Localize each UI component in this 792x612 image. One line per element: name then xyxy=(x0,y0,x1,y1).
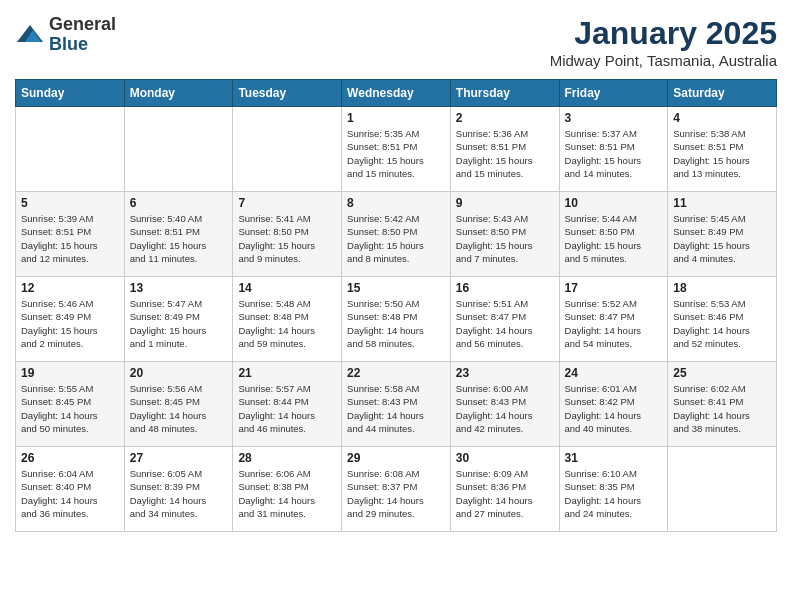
calendar-cell xyxy=(16,107,125,192)
calendar-cell: 26Sunrise: 6:04 AM Sunset: 8:40 PM Dayli… xyxy=(16,447,125,532)
calendar-header-row: SundayMondayTuesdayWednesdayThursdayFrid… xyxy=(16,80,777,107)
day-info: Sunrise: 5:53 AM Sunset: 8:46 PM Dayligh… xyxy=(673,297,771,350)
location: Midway Point, Tasmania, Australia xyxy=(550,52,777,69)
day-number: 20 xyxy=(130,366,228,380)
day-info: Sunrise: 6:02 AM Sunset: 8:41 PM Dayligh… xyxy=(673,382,771,435)
day-header-monday: Monday xyxy=(124,80,233,107)
day-info: Sunrise: 5:36 AM Sunset: 8:51 PM Dayligh… xyxy=(456,127,554,180)
calendar-cell: 14Sunrise: 5:48 AM Sunset: 8:48 PM Dayli… xyxy=(233,277,342,362)
calendar-cell: 17Sunrise: 5:52 AM Sunset: 8:47 PM Dayli… xyxy=(559,277,668,362)
day-info: Sunrise: 5:47 AM Sunset: 8:49 PM Dayligh… xyxy=(130,297,228,350)
calendar-cell: 6Sunrise: 5:40 AM Sunset: 8:51 PM Daylig… xyxy=(124,192,233,277)
calendar-cell: 13Sunrise: 5:47 AM Sunset: 8:49 PM Dayli… xyxy=(124,277,233,362)
calendar-cell: 23Sunrise: 6:00 AM Sunset: 8:43 PM Dayli… xyxy=(450,362,559,447)
day-header-friday: Friday xyxy=(559,80,668,107)
calendar-cell: 7Sunrise: 5:41 AM Sunset: 8:50 PM Daylig… xyxy=(233,192,342,277)
calendar-cell: 3Sunrise: 5:37 AM Sunset: 8:51 PM Daylig… xyxy=(559,107,668,192)
day-header-wednesday: Wednesday xyxy=(342,80,451,107)
day-number: 2 xyxy=(456,111,554,125)
calendar-cell: 9Sunrise: 5:43 AM Sunset: 8:50 PM Daylig… xyxy=(450,192,559,277)
day-header-sunday: Sunday xyxy=(16,80,125,107)
day-number: 10 xyxy=(565,196,663,210)
month-title: January 2025 xyxy=(550,15,777,52)
calendar-cell: 30Sunrise: 6:09 AM Sunset: 8:36 PM Dayli… xyxy=(450,447,559,532)
day-info: Sunrise: 5:48 AM Sunset: 8:48 PM Dayligh… xyxy=(238,297,336,350)
calendar-cell: 10Sunrise: 5:44 AM Sunset: 8:50 PM Dayli… xyxy=(559,192,668,277)
day-info: Sunrise: 5:44 AM Sunset: 8:50 PM Dayligh… xyxy=(565,212,663,265)
calendar-cell: 11Sunrise: 5:45 AM Sunset: 8:49 PM Dayli… xyxy=(668,192,777,277)
day-number: 11 xyxy=(673,196,771,210)
day-info: Sunrise: 5:45 AM Sunset: 8:49 PM Dayligh… xyxy=(673,212,771,265)
day-info: Sunrise: 5:51 AM Sunset: 8:47 PM Dayligh… xyxy=(456,297,554,350)
day-header-thursday: Thursday xyxy=(450,80,559,107)
day-info: Sunrise: 6:06 AM Sunset: 8:38 PM Dayligh… xyxy=(238,467,336,520)
day-number: 24 xyxy=(565,366,663,380)
calendar-cell: 24Sunrise: 6:01 AM Sunset: 8:42 PM Dayli… xyxy=(559,362,668,447)
day-number: 3 xyxy=(565,111,663,125)
day-info: Sunrise: 6:10 AM Sunset: 8:35 PM Dayligh… xyxy=(565,467,663,520)
day-number: 29 xyxy=(347,451,445,465)
day-info: Sunrise: 5:58 AM Sunset: 8:43 PM Dayligh… xyxy=(347,382,445,435)
day-info: Sunrise: 6:04 AM Sunset: 8:40 PM Dayligh… xyxy=(21,467,119,520)
calendar-cell: 4Sunrise: 5:38 AM Sunset: 8:51 PM Daylig… xyxy=(668,107,777,192)
day-number: 5 xyxy=(21,196,119,210)
day-header-tuesday: Tuesday xyxy=(233,80,342,107)
week-row-3: 12Sunrise: 5:46 AM Sunset: 8:49 PM Dayli… xyxy=(16,277,777,362)
day-number: 6 xyxy=(130,196,228,210)
day-info: Sunrise: 6:00 AM Sunset: 8:43 PM Dayligh… xyxy=(456,382,554,435)
day-number: 12 xyxy=(21,281,119,295)
calendar-cell: 2Sunrise: 5:36 AM Sunset: 8:51 PM Daylig… xyxy=(450,107,559,192)
day-number: 8 xyxy=(347,196,445,210)
day-info: Sunrise: 5:42 AM Sunset: 8:50 PM Dayligh… xyxy=(347,212,445,265)
day-number: 18 xyxy=(673,281,771,295)
day-number: 13 xyxy=(130,281,228,295)
day-info: Sunrise: 6:09 AM Sunset: 8:36 PM Dayligh… xyxy=(456,467,554,520)
week-row-2: 5Sunrise: 5:39 AM Sunset: 8:51 PM Daylig… xyxy=(16,192,777,277)
day-number: 15 xyxy=(347,281,445,295)
day-number: 9 xyxy=(456,196,554,210)
day-info: Sunrise: 5:38 AM Sunset: 8:51 PM Dayligh… xyxy=(673,127,771,180)
calendar-cell xyxy=(233,107,342,192)
day-number: 30 xyxy=(456,451,554,465)
day-number: 21 xyxy=(238,366,336,380)
day-number: 23 xyxy=(456,366,554,380)
day-number: 14 xyxy=(238,281,336,295)
title-block: January 2025 Midway Point, Tasmania, Aus… xyxy=(550,15,777,69)
calendar-cell: 5Sunrise: 5:39 AM Sunset: 8:51 PM Daylig… xyxy=(16,192,125,277)
day-number: 26 xyxy=(21,451,119,465)
day-number: 4 xyxy=(673,111,771,125)
calendar-cell: 15Sunrise: 5:50 AM Sunset: 8:48 PM Dayli… xyxy=(342,277,451,362)
day-info: Sunrise: 5:55 AM Sunset: 8:45 PM Dayligh… xyxy=(21,382,119,435)
day-info: Sunrise: 5:56 AM Sunset: 8:45 PM Dayligh… xyxy=(130,382,228,435)
day-number: 19 xyxy=(21,366,119,380)
day-header-saturday: Saturday xyxy=(668,80,777,107)
calendar-cell: 12Sunrise: 5:46 AM Sunset: 8:49 PM Dayli… xyxy=(16,277,125,362)
day-info: Sunrise: 5:50 AM Sunset: 8:48 PM Dayligh… xyxy=(347,297,445,350)
week-row-4: 19Sunrise: 5:55 AM Sunset: 8:45 PM Dayli… xyxy=(16,362,777,447)
page-header: General Blue January 2025 Midway Point, … xyxy=(15,15,777,69)
day-info: Sunrise: 5:40 AM Sunset: 8:51 PM Dayligh… xyxy=(130,212,228,265)
calendar-cell: 29Sunrise: 6:08 AM Sunset: 8:37 PM Dayli… xyxy=(342,447,451,532)
calendar-cell: 22Sunrise: 5:58 AM Sunset: 8:43 PM Dayli… xyxy=(342,362,451,447)
day-info: Sunrise: 6:01 AM Sunset: 8:42 PM Dayligh… xyxy=(565,382,663,435)
calendar-cell: 28Sunrise: 6:06 AM Sunset: 8:38 PM Dayli… xyxy=(233,447,342,532)
calendar-cell: 20Sunrise: 5:56 AM Sunset: 8:45 PM Dayli… xyxy=(124,362,233,447)
day-info: Sunrise: 6:05 AM Sunset: 8:39 PM Dayligh… xyxy=(130,467,228,520)
day-number: 31 xyxy=(565,451,663,465)
calendar-cell: 1Sunrise: 5:35 AM Sunset: 8:51 PM Daylig… xyxy=(342,107,451,192)
logo: General Blue xyxy=(15,15,116,55)
day-info: Sunrise: 5:46 AM Sunset: 8:49 PM Dayligh… xyxy=(21,297,119,350)
day-info: Sunrise: 5:52 AM Sunset: 8:47 PM Dayligh… xyxy=(565,297,663,350)
day-number: 28 xyxy=(238,451,336,465)
day-number: 17 xyxy=(565,281,663,295)
week-row-5: 26Sunrise: 6:04 AM Sunset: 8:40 PM Dayli… xyxy=(16,447,777,532)
day-number: 1 xyxy=(347,111,445,125)
day-number: 25 xyxy=(673,366,771,380)
day-info: Sunrise: 5:43 AM Sunset: 8:50 PM Dayligh… xyxy=(456,212,554,265)
calendar-cell: 19Sunrise: 5:55 AM Sunset: 8:45 PM Dayli… xyxy=(16,362,125,447)
calendar-cell: 8Sunrise: 5:42 AM Sunset: 8:50 PM Daylig… xyxy=(342,192,451,277)
calendar-cell: 16Sunrise: 5:51 AM Sunset: 8:47 PM Dayli… xyxy=(450,277,559,362)
day-number: 22 xyxy=(347,366,445,380)
calendar-cell: 21Sunrise: 5:57 AM Sunset: 8:44 PM Dayli… xyxy=(233,362,342,447)
calendar-cell: 18Sunrise: 5:53 AM Sunset: 8:46 PM Dayli… xyxy=(668,277,777,362)
